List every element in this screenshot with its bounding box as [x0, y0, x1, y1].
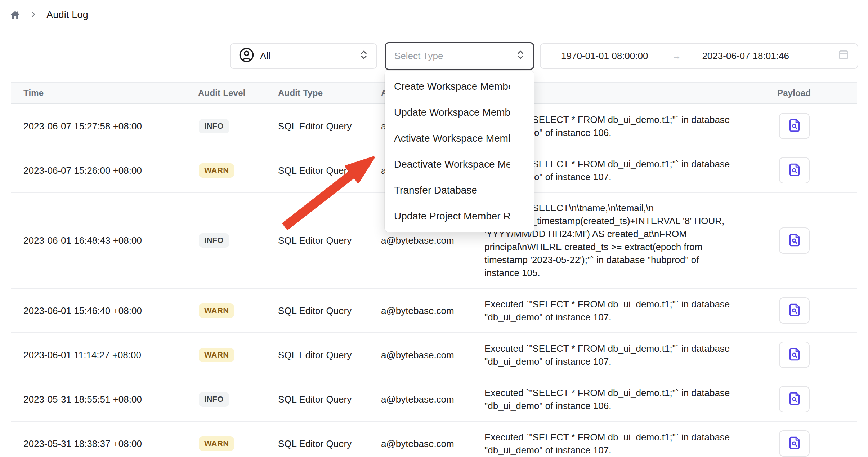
- chevrons-up-down-icon: [515, 49, 526, 63]
- audit-type-cell: SQL Editor Query: [278, 120, 381, 133]
- payload-view-button[interactable]: [779, 227, 810, 254]
- column-header-audit-type: Audit Type: [278, 88, 381, 98]
- file-search-icon: [787, 347, 802, 363]
- type-menu-item[interactable]: Update Workspace Member: [385, 99, 534, 125]
- actor-cell: a@bytebase.com: [381, 437, 484, 450]
- comment-cell: Executed `"SELECT * FROM db_ui_demo.t1;"…: [484, 298, 777, 324]
- file-search-icon: [787, 436, 802, 451]
- time-cell: 2023-05-31 18:55:51 +08:00: [11, 393, 198, 406]
- time-cell: 2023-06-07 15:27:58 +08:00: [11, 120, 198, 133]
- type-select-dropdown: Create Workspace Member Update Workspace…: [385, 71, 534, 232]
- time-cell: 2023-06-01 11:14:27 +08:00: [11, 349, 198, 361]
- audit-level-badge: INFO: [199, 119, 229, 133]
- actor-cell: a@bytebase.com: [381, 349, 484, 361]
- payload-view-button[interactable]: [779, 430, 810, 457]
- audit-type-cell: SQL Editor Query: [278, 349, 381, 361]
- home-icon[interactable]: [10, 10, 21, 21]
- comment-cell: Executed `"SELECT * FROM db_ui_demo.t1;"…: [484, 342, 777, 368]
- actor-cell: a@bytebase.com: [381, 234, 484, 247]
- audit-type-cell: SQL Editor Query: [278, 304, 381, 317]
- column-header-payload: Payload: [777, 88, 857, 98]
- payload-view-button[interactable]: [779, 297, 810, 324]
- time-cell: 2023-05-31 18:38:37 +08:00: [11, 437, 198, 450]
- actor-filter-select[interactable]: All: [230, 43, 377, 69]
- payload-view-button[interactable]: [779, 157, 810, 183]
- type-filter-select[interactable]: Select Type: [385, 42, 534, 70]
- audit-type-cell: SQL Editor Query: [278, 234, 381, 247]
- audit-level-badge: INFO: [199, 392, 229, 407]
- type-menu-item[interactable]: Transfer Database: [385, 177, 534, 203]
- page-title: Audit Log: [46, 9, 88, 21]
- type-filter-placeholder: Select Type: [394, 50, 443, 62]
- file-search-icon: [787, 391, 802, 407]
- actor-cell: a@bytebase.com: [381, 304, 484, 317]
- payload-view-button[interactable]: [779, 386, 810, 412]
- user-circle-icon: [238, 47, 255, 66]
- filter-bar: All Select Type 1970-01-01 08:00:00 → 20…: [230, 42, 858, 70]
- actor-filter-value: All: [260, 50, 270, 62]
- table-row: 2023-05-31 18:38:37 +08:00 WARN SQL Edit…: [11, 422, 857, 457]
- breadcrumb-chevron-icon: [29, 10, 38, 20]
- chevrons-up-down-icon: [358, 49, 369, 63]
- column-header-audit-level: Audit Level: [198, 88, 278, 98]
- audit-type-cell: SQL Editor Query: [278, 393, 381, 406]
- table-row: 2023-05-31 18:55:51 +08:00 INFO SQL Edit…: [11, 377, 857, 422]
- calendar-icon: [837, 49, 850, 63]
- file-search-icon: [787, 233, 802, 248]
- audit-level-badge: INFO: [199, 233, 229, 248]
- date-range-start[interactable]: 1970-01-01 08:00:00: [561, 50, 648, 62]
- table-row: 2023-06-01 11:14:27 +08:00 WARN SQL Edit…: [11, 333, 857, 377]
- comment-cell: Executed `"SELECT * FROM db_ui_demo.t1;"…: [484, 386, 777, 412]
- column-header-time: Time: [11, 88, 198, 98]
- time-cell: 2023-06-01 16:48:43 +08:00: [11, 234, 198, 247]
- table-row: 2023-06-01 15:46:40 +08:00 WARN SQL Edit…: [11, 289, 857, 333]
- date-range-end[interactable]: 2023-06-07 18:01:46: [702, 50, 789, 62]
- file-search-icon: [787, 303, 802, 318]
- type-menu-item[interactable]: Create Workspace Member: [385, 74, 534, 99]
- breadcrumb: Audit Log: [10, 9, 88, 21]
- file-search-icon: [787, 163, 802, 178]
- time-cell: 2023-06-07 15:26:00 +08:00: [11, 164, 198, 177]
- audit-level-badge: WARN: [199, 348, 234, 362]
- date-range-picker[interactable]: 1970-01-01 08:00:00 → 2023-06-07 18:01:4…: [540, 43, 858, 69]
- audit-level-badge: WARN: [199, 163, 234, 178]
- payload-view-button[interactable]: [779, 113, 810, 139]
- payload-view-button[interactable]: [779, 342, 810, 368]
- audit-level-badge: WARN: [199, 303, 234, 318]
- type-menu-item[interactable]: Update Project Member Role: [385, 203, 534, 229]
- time-cell: 2023-06-01 15:46:40 +08:00: [11, 304, 198, 317]
- audit-type-cell: SQL Editor Query: [278, 164, 381, 177]
- actor-cell: a@bytebase.com: [381, 393, 484, 406]
- arrow-right-icon: →: [672, 50, 681, 62]
- type-menu-item[interactable]: Activate Workspace Member: [385, 125, 534, 151]
- audit-type-cell: SQL Editor Query: [278, 437, 381, 450]
- comment-cell: Executed `"SELECT * FROM db_ui_demo.t1;"…: [484, 431, 777, 457]
- file-search-icon: [787, 118, 802, 134]
- type-menu-item[interactable]: Deactivate Workspace Member: [385, 151, 534, 177]
- audit-level-badge: WARN: [199, 436, 234, 451]
